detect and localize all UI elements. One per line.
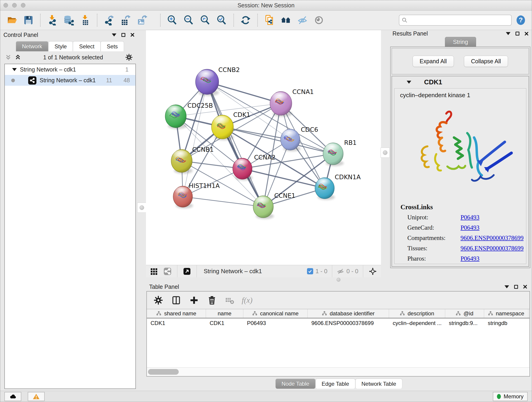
column-header-id[interactable]: @id [445,309,484,318]
close-panel-button[interactable] [130,33,134,37]
table-row[interactable]: CDK1CDK1P064939606.ENSP00000378699cyclin… [147,318,530,328]
network-edge-CCNB2-HIST1H1A[interactable] [183,82,207,197]
warning-status-button[interactable] [28,392,45,401]
horizontal-splitter[interactable] [146,277,532,282]
zoom-selected-button[interactable] [215,13,228,27]
collapse-tree-icon[interactable] [12,68,17,71]
collapse-all-button[interactable]: Collapse All [464,56,508,67]
splitter-handle[interactable] [139,205,144,210]
network-canvas[interactable]: CCNB2CCNA1CDC25BCDK1CDC6RB1CCNB1CCNA2CDK… [146,30,381,265]
table-cell[interactable]: CDK1 [147,320,206,326]
splitter-handle[interactable] [336,278,341,282]
maximize-window-button[interactable] [21,3,25,7]
import-network-database-button[interactable] [62,13,75,27]
tissues-link[interactable]: 9606.ENSP00000378699 [461,245,524,252]
copy-network-button[interactable] [263,13,276,27]
hidden-nodes-badge[interactable]: 0 - 0 [337,268,358,275]
right-splitter[interactable] [381,30,389,277]
pharos-link[interactable]: P06493 [461,255,480,262]
float-panel-button[interactable] [505,285,509,288]
left-splitter[interactable] [138,30,146,391]
column-header-name[interactable]: name [206,309,243,318]
genecard-link[interactable]: P06493 [461,224,480,231]
network-node-RB1[interactable] [323,143,344,166]
float-panel-button[interactable] [112,33,116,36]
maximize-panel-button[interactable] [121,33,125,37]
column-header-description[interactable]: description [389,309,445,318]
table-cell[interactable]: stringdb:9... [445,320,484,326]
network-edge-CCNA2-CDKN1A[interactable] [242,169,325,188]
select-columns-button[interactable] [170,294,182,306]
network-edge-HIST1H1A-CCNE1[interactable] [183,197,263,207]
network-row[interactable]: String Network – cdk1 11 48 [5,75,135,86]
network-node-CCNA2[interactable] [233,158,253,181]
tab-string[interactable]: String [445,37,476,47]
compartments-link[interactable]: 9606.ENSP00000378699 [461,235,524,242]
table-settings-button[interactable] [152,294,164,306]
save-session-button[interactable] [22,13,35,27]
delete-table-button[interactable] [224,294,236,306]
birds-eye-toggle-button[interactable] [368,266,378,276]
refresh-view-button[interactable] [239,13,252,27]
network-node-HIST1H1A[interactable] [173,186,193,209]
grid-view-button[interactable] [149,266,159,276]
column-header-namespace[interactable]: namespace [484,309,528,318]
zoom-fit-button[interactable] [199,13,212,27]
table-cell[interactable]: 9606.ENSP00000378699 [308,320,389,326]
maximize-panel-button[interactable] [515,32,519,36]
close-panel-button[interactable] [525,32,529,36]
network-node-CCNA1[interactable] [270,91,292,117]
network-node-CCNB2[interactable] [196,69,219,96]
close-panel-button[interactable] [523,285,527,289]
cloud-status-button[interactable] [4,392,21,401]
function-builder-button[interactable]: f(x) [242,296,253,305]
network-node-CDK1[interactable] [211,115,234,140]
network-node-CCNE1[interactable] [253,196,274,219]
search-field[interactable] [399,15,512,26]
network-node-CDC6[interactable] [281,129,301,152]
tab-sets[interactable]: Sets [101,41,124,51]
selected-nodes-badge[interactable]: 1 - 0 [307,268,327,275]
network-node-CCNB1[interactable] [171,149,193,174]
table-cell[interactable]: CDK1 [206,320,243,326]
add-column-button[interactable] [188,294,200,306]
table-cell[interactable]: stringdb [484,320,528,326]
close-window-button[interactable] [3,3,8,7]
float-panel-button[interactable] [506,32,510,35]
network-list-view-button[interactable] [162,266,172,276]
table-cell[interactable]: P06493 [243,320,308,326]
tab-node-table[interactable]: Node Table [275,379,316,389]
export-table-button[interactable] [119,13,132,27]
export-image-button[interactable] [135,13,149,27]
maximize-panel-button[interactable] [514,285,518,289]
open-session-button[interactable] [5,13,19,27]
search-input[interactable] [409,17,509,23]
import-table-file-button[interactable] [79,13,92,27]
expand-all-chevron-icon[interactable] [15,54,21,60]
zoom-in-button[interactable] [166,13,179,27]
splitter-handle[interactable] [383,150,387,155]
column-header-database-identifier[interactable]: database identifier [308,309,389,318]
network-node-CDC25B[interactable] [165,105,187,129]
show-all-button[interactable] [312,13,326,27]
import-network-file-button[interactable] [46,13,59,27]
zoom-out-button[interactable] [182,13,196,27]
help-button[interactable]: ? [515,13,527,27]
tab-select[interactable]: Select [73,41,101,51]
network-collection-row[interactable]: String Network – cdk1 1 [5,64,135,75]
scrollbar-thumb[interactable] [148,369,179,375]
delete-column-button[interactable] [206,294,218,306]
table-cell[interactable]: cyclin–dependent ... [389,320,445,326]
collapse-section-icon[interactable] [407,81,411,84]
memory-button[interactable]: Memory [493,392,528,401]
tab-network-table[interactable]: Network Table [355,379,403,389]
gear-icon[interactable] [125,54,133,61]
network-node-CDKN1A[interactable] [315,178,335,200]
uniprot-link[interactable]: P06493 [461,214,480,221]
detach-view-button[interactable] [182,266,192,276]
collapse-all-chevron-icon[interactable] [5,54,11,60]
column-header-shared-name[interactable]: shared name [147,309,206,318]
export-network-button[interactable] [102,13,116,27]
minimize-window-button[interactable] [12,3,17,7]
network-graph[interactable]: CCNB2CCNA1CDC25BCDK1CDC6RB1CCNB1CCNA2CDK… [146,30,381,265]
